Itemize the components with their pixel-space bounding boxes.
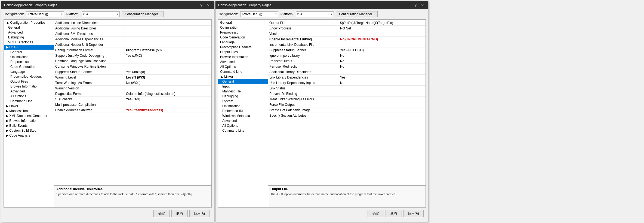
prop-value: No bbox=[339, 53, 426, 58]
tree-item[interactable]: ▲ Linker bbox=[218, 74, 268, 79]
config-row-2: Configuration: Active(Debug) Platform: x… bbox=[218, 11, 426, 17]
prop-name: Show Progress bbox=[268, 26, 339, 31]
tree-item[interactable]: Advanced bbox=[4, 89, 54, 94]
table-row: Ignore Import LibraryNo bbox=[268, 53, 426, 58]
confirm-btn-2[interactable]: 确定 bbox=[368, 210, 384, 217]
prop-name: Additional Include Directories bbox=[54, 20, 125, 25]
prop-value bbox=[339, 107, 426, 113]
tree-item[interactable]: Embedded IDL bbox=[218, 109, 268, 113]
tree-item[interactable]: Output Files bbox=[4, 79, 54, 84]
table-row: Suppress Startup BannerYes (/NOLOGO) bbox=[268, 47, 426, 53]
tree-item[interactable]: Preprocessor bbox=[4, 59, 54, 64]
tree-item[interactable]: Advanced bbox=[218, 118, 268, 123]
config-manager-btn-1[interactable]: Configuration Manager... bbox=[122, 11, 164, 17]
tree-item[interactable]: Language bbox=[4, 69, 54, 74]
tree-item[interactable]: Command Line bbox=[218, 128, 268, 133]
tree-item[interactable]: Code Generation bbox=[4, 64, 54, 69]
tree-item[interactable]: Command Line bbox=[218, 69, 268, 74]
tree-item[interactable]: ▶ Linker bbox=[4, 104, 54, 109]
config-select-wrapper-1: Active(Debug) bbox=[26, 11, 64, 17]
config-label-2: Configuration: bbox=[218, 12, 238, 16]
tree-item[interactable]: Browse Information bbox=[4, 84, 54, 89]
tree-item[interactable]: Debugging bbox=[218, 94, 268, 99]
left-tree-2[interactable]: GeneralOptimizationPreprocessorCode Gene… bbox=[218, 20, 268, 207]
main-content-2: GeneralOptimizationPreprocessorCode Gene… bbox=[218, 19, 426, 207]
prop-name: Version bbox=[268, 31, 339, 36]
tree-item[interactable]: General bbox=[4, 50, 54, 55]
prop-value bbox=[125, 37, 211, 42]
left-tree-1[interactable]: ▲ Configuration PropertiesGeneralAdvance… bbox=[4, 20, 54, 207]
apply-btn-2[interactable]: 应用(A) bbox=[403, 210, 424, 217]
tree-item[interactable]: General bbox=[218, 20, 268, 25]
prop-name: Warning Version bbox=[54, 86, 125, 91]
close-button-2[interactable]: ✕ bbox=[420, 3, 425, 7]
tree-item[interactable]: Preprocessor bbox=[218, 30, 268, 35]
tree-item[interactable]: Optimization bbox=[4, 55, 54, 59]
tree-item[interactable]: All Options bbox=[4, 94, 54, 99]
tree-item[interactable]: System bbox=[218, 99, 268, 104]
prop-value bbox=[339, 86, 426, 91]
cancel-btn-2[interactable]: 取消 bbox=[386, 210, 402, 217]
tree-item[interactable]: General bbox=[4, 25, 54, 30]
tree-item[interactable]: Optimization bbox=[218, 104, 268, 109]
tree-item[interactable]: ▶ Build Events bbox=[4, 123, 54, 128]
tree-item[interactable]: All Options bbox=[218, 123, 268, 128]
table-row: Support Just My Code DebuggingYes (/JMC) bbox=[54, 53, 211, 58]
prop-value bbox=[125, 86, 211, 91]
prop-name: Warning Level bbox=[54, 75, 125, 80]
table-row: Create Hot Patchable Image bbox=[268, 107, 426, 113]
tree-item[interactable]: All Options bbox=[218, 64, 268, 69]
table-row: Link Status bbox=[268, 86, 426, 91]
config-manager-btn-2[interactable]: Configuration Manager... bbox=[336, 11, 378, 17]
tree-item[interactable]: Code Generation bbox=[218, 35, 268, 40]
tree-item[interactable]: ▶ Custom Build Step bbox=[4, 128, 54, 133]
tree-item[interactable]: General bbox=[218, 79, 268, 84]
tree-item[interactable]: ▶ Manifest Tool bbox=[4, 109, 54, 113]
prop-name: Use Library Dependency Inputs bbox=[268, 80, 339, 85]
table-row: Suppress Startup BannerYes (/nologo) bbox=[54, 69, 211, 75]
tree-item[interactable]: Precompiled Headers bbox=[218, 45, 268, 50]
help-button-1[interactable]: ? bbox=[199, 3, 204, 7]
close-button-1[interactable]: ✕ bbox=[206, 3, 211, 7]
table-row: Register OutputNo bbox=[268, 58, 426, 64]
tree-item[interactable]: Output Files bbox=[218, 50, 268, 55]
tree-item[interactable]: ▶ Code Analysis bbox=[4, 133, 54, 138]
tree-item[interactable]: Debugging bbox=[4, 35, 54, 40]
tree-item[interactable]: ▶ Browse Information bbox=[4, 118, 54, 123]
prop-value bbox=[339, 42, 426, 47]
tree-item[interactable]: VC++ Directories bbox=[4, 40, 54, 45]
table-row: Enable Incremental LinkingNo (/INCREMENT… bbox=[268, 37, 426, 42]
tree-item[interactable]: Language bbox=[218, 40, 268, 45]
prop-name: Additional Library Directories bbox=[268, 69, 339, 74]
tree-item[interactable]: ▲ Configuration Properties bbox=[4, 20, 54, 25]
tree-item[interactable]: Optimization bbox=[218, 25, 268, 30]
platform-label-1: Platform: bbox=[66, 12, 79, 16]
cancel-btn-1[interactable]: 取消 bbox=[171, 210, 188, 217]
tree-item[interactable]: Browse Information bbox=[218, 55, 268, 59]
prop-name: Enable Address Sanitizer bbox=[54, 107, 125, 113]
confirm-btn-1[interactable]: 确定 bbox=[153, 210, 170, 217]
prop-name: Link Status bbox=[268, 86, 339, 91]
apply-btn-1[interactable]: 应用(A) bbox=[189, 210, 209, 217]
help-button-2[interactable]: ? bbox=[413, 3, 418, 7]
tree-item[interactable]: ▶ XML Document Generator bbox=[4, 113, 54, 118]
prop-value: No bbox=[339, 80, 426, 85]
platform-select-2[interactable]: x64 bbox=[296, 11, 334, 17]
table-row: Warning Version bbox=[54, 86, 211, 91]
tree-item[interactable]: Windows Metadata bbox=[218, 113, 268, 118]
platform-select-1[interactable]: x64 bbox=[82, 11, 120, 17]
tree-item[interactable]: Manifest File bbox=[218, 89, 268, 94]
tree-item[interactable]: ▶ C/C++ bbox=[4, 45, 54, 50]
tree-item[interactable]: Advanced bbox=[4, 30, 54, 35]
tree-item[interactable]: Precompiled Headers bbox=[4, 74, 54, 79]
prop-name: Force File Output bbox=[268, 102, 339, 107]
tree-item[interactable]: Advanced bbox=[218, 59, 268, 64]
config-select-1[interactable]: Active(Debug) bbox=[26, 11, 64, 17]
prop-name: Ignore Import Library bbox=[268, 53, 339, 58]
prop-value: Yes (/NOLOGO) bbox=[339, 47, 426, 53]
config-select-2[interactable]: Active(Debug) bbox=[240, 11, 278, 17]
tree-item[interactable]: Command Line bbox=[4, 99, 54, 104]
prop-name: Additional #using Directories bbox=[54, 26, 125, 31]
prop-name: SDL checks bbox=[54, 97, 125, 102]
tree-item[interactable]: Input bbox=[218, 84, 268, 89]
